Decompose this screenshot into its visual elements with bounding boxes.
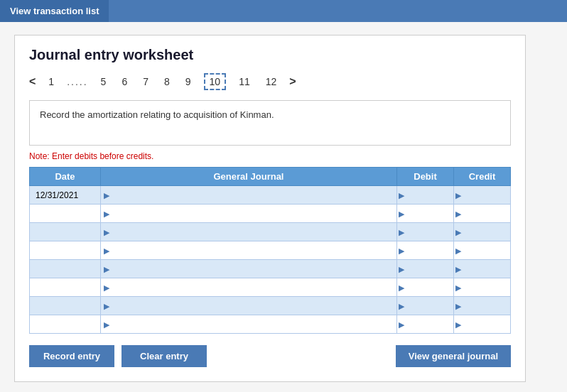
credit-arrow-indicator: ▶ — [454, 209, 461, 218]
record-entry-button[interactable]: Record entry — [29, 345, 114, 367]
debit-arrow-indicator: ▶ — [397, 265, 404, 273]
date-input[interactable] — [33, 186, 100, 204]
date-input[interactable] — [33, 297, 100, 315]
date-cell[interactable] — [30, 297, 101, 315]
debit-input[interactable] — [404, 241, 449, 259]
page-1[interactable]: 1 — [45, 75, 57, 89]
journal-table: Date General Journal Debit Credit ▶▶▶▶▶▶… — [29, 167, 511, 334]
worksheet-title: Journal entry worksheet — [29, 47, 511, 63]
page-8[interactable]: 8 — [161, 75, 173, 89]
pagination: < 1 ..... 5 6 7 8 9 10 11 12 > — [29, 73, 511, 90]
gj-arrow-indicator: ▶ — [102, 320, 109, 329]
debit-cell[interactable]: ▶ — [397, 241, 454, 260]
credit-cell[interactable]: ▶ — [454, 241, 511, 260]
gj-arrow-indicator: ▶ — [102, 283, 109, 292]
gj-input[interactable] — [109, 186, 392, 204]
view-transaction-button[interactable]: View transaction list — [0, 0, 109, 22]
date-cell[interactable] — [30, 278, 101, 297]
credit-arrow-indicator: ▶ — [454, 228, 461, 236]
debit-arrow-indicator: ▶ — [397, 191, 404, 200]
credit-arrow-indicator: ▶ — [454, 191, 461, 200]
credit-arrow-indicator: ▶ — [454, 302, 461, 310]
gj-cell[interactable]: ▶ — [101, 186, 397, 205]
page-12[interactable]: 12 — [263, 75, 280, 89]
credit-cell[interactable]: ▶ — [454, 278, 511, 297]
credit-input[interactable] — [461, 297, 506, 315]
gj-arrow-indicator: ▶ — [102, 228, 109, 236]
gj-cell[interactable]: ▶ — [101, 223, 397, 241]
debit-input[interactable] — [404, 260, 449, 278]
debit-arrow-indicator: ▶ — [397, 228, 404, 236]
debit-cell[interactable]: ▶ — [397, 186, 454, 205]
gj-arrow-indicator: ▶ — [102, 302, 109, 310]
gj-cell[interactable]: ▶ — [101, 278, 397, 297]
credit-cell[interactable]: ▶ — [454, 223, 511, 241]
credit-arrow-indicator: ▶ — [454, 283, 461, 292]
debit-input[interactable] — [404, 297, 449, 315]
table-row: ▶▶▶ — [30, 241, 511, 260]
table-row: ▶▶▶ — [30, 315, 511, 334]
gj-input[interactable] — [109, 315, 392, 333]
gj-input[interactable] — [109, 297, 392, 315]
page-9[interactable]: 9 — [183, 75, 194, 89]
credit-input[interactable] — [461, 223, 506, 241]
next-arrow[interactable]: > — [289, 75, 296, 88]
credit-input[interactable] — [461, 278, 506, 296]
credit-cell[interactable]: ▶ — [454, 186, 511, 205]
date-cell[interactable] — [30, 315, 101, 334]
debit-input[interactable] — [404, 205, 449, 222]
gj-input[interactable] — [109, 223, 392, 241]
date-input[interactable] — [33, 223, 100, 241]
prev-arrow[interactable]: < — [29, 75, 36, 88]
header-credit: Credit — [454, 168, 511, 186]
credit-cell[interactable]: ▶ — [454, 315, 511, 334]
view-general-journal-button[interactable]: View general journal — [396, 345, 511, 367]
gj-cell[interactable]: ▶ — [101, 260, 397, 278]
debit-cell[interactable]: ▶ — [397, 315, 454, 334]
debit-cell[interactable]: ▶ — [397, 278, 454, 297]
page-7[interactable]: 7 — [140, 75, 151, 89]
page-5[interactable]: 5 — [98, 75, 109, 89]
header-debit: Debit — [397, 168, 454, 186]
gj-cell[interactable]: ▶ — [101, 315, 397, 334]
clear-entry-button[interactable]: Clear entry — [122, 345, 207, 367]
gj-cell[interactable]: ▶ — [101, 297, 397, 315]
debit-input[interactable] — [404, 223, 449, 241]
gj-input[interactable] — [109, 205, 392, 222]
page-10[interactable]: 10 — [204, 73, 227, 90]
credit-input[interactable] — [461, 315, 506, 333]
date-input[interactable] — [33, 278, 100, 296]
date-cell[interactable] — [30, 205, 101, 223]
date-input[interactable] — [33, 260, 100, 278]
page-11[interactable]: 11 — [236, 75, 253, 89]
date-input[interactable] — [33, 205, 100, 222]
credit-cell[interactable]: ▶ — [454, 260, 511, 278]
gj-input[interactable] — [109, 260, 392, 278]
debit-cell[interactable]: ▶ — [397, 205, 454, 223]
credit-input[interactable] — [461, 186, 506, 204]
credit-input[interactable] — [461, 260, 506, 278]
credit-cell[interactable]: ▶ — [454, 297, 511, 315]
debit-cell[interactable]: ▶ — [397, 223, 454, 241]
gj-cell[interactable]: ▶ — [101, 241, 397, 260]
debit-input[interactable] — [404, 315, 449, 333]
note-text: Note: Enter debits before credits. — [29, 151, 511, 161]
main-container: Journal entry worksheet < 1 ..... 5 6 7 … — [0, 22, 567, 392]
date-cell[interactable] — [30, 260, 101, 278]
debit-cell[interactable]: ▶ — [397, 297, 454, 315]
date-input[interactable] — [33, 315, 100, 333]
gj-cell[interactable]: ▶ — [101, 205, 397, 223]
credit-cell[interactable]: ▶ — [454, 205, 511, 223]
debit-input[interactable] — [404, 278, 449, 296]
credit-input[interactable] — [461, 205, 506, 222]
debit-cell[interactable]: ▶ — [397, 260, 454, 278]
date-cell[interactable] — [30, 223, 101, 241]
gj-input[interactable] — [109, 278, 392, 296]
date-input[interactable] — [33, 241, 100, 259]
date-cell[interactable] — [30, 186, 101, 205]
page-6[interactable]: 6 — [119, 75, 130, 89]
gj-input[interactable] — [109, 241, 392, 259]
date-cell[interactable] — [30, 241, 101, 260]
debit-input[interactable] — [404, 186, 449, 204]
credit-input[interactable] — [461, 241, 506, 259]
